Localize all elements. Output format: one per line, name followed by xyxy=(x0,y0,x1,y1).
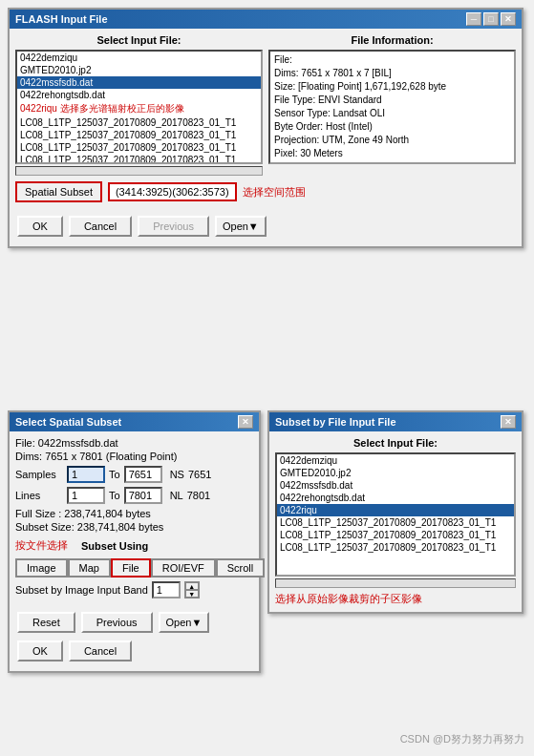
list-item[interactable]: 0422rehongtsdb.dat xyxy=(277,492,514,504)
list-item[interactable]: 0422demziqu xyxy=(277,454,514,467)
list-item[interactable]: LC08_L1TP_125037_20170809_20170823_01_T1 xyxy=(17,141,261,154)
list-item-selected[interactable]: 0422mssfsdb.dat xyxy=(17,76,261,89)
flaash-title-bar: FLAASH Input File ─ □ ✕ xyxy=(10,10,522,29)
subset-hint: 选择从原始影像裁剪的子区影像 xyxy=(275,592,516,606)
full-size: Full Size : 238,741,804 bytes xyxy=(15,508,253,519)
file-info-projection: Projection: UTM, Zone 49 North xyxy=(274,134,510,147)
spatial-ok-button[interactable]: OK xyxy=(17,640,63,662)
subset-file-listbox[interactable]: 0422demziqu GMTED2010.jp2 0422mssfsdb.da… xyxy=(275,452,516,577)
title-bar-buttons: ─ □ ✕ xyxy=(466,12,516,26)
file-info-sensor: Sensor Type: Landsat OLI xyxy=(274,107,510,120)
h-scrollbar[interactable] xyxy=(15,166,263,176)
open-button[interactable]: Open▼ xyxy=(215,216,267,237)
file-info-type: File Type: ENVI Standard xyxy=(274,94,510,107)
lines-nl-label: NL xyxy=(170,490,183,501)
list-item-hint[interactable]: 0422riqu 选择多光谱辐射校正后的影像 xyxy=(17,101,261,116)
subset-file-title-bar: Subset by File Input File ✕ xyxy=(269,412,522,431)
list-item[interactable]: LC08_L1TP_125037_20170809_20170823_01_T1 xyxy=(17,116,261,129)
spatial-title-bar: Select Spatial Subset ✕ xyxy=(10,412,259,431)
band-row: Subset by Image Input Band ▲ ▼ xyxy=(15,581,253,598)
list-item[interactable]: LC08_L1TP_125037_20170809_20170823_01_T1 xyxy=(277,516,514,529)
flaash-content: Select Input File: 0422demziqu GMTED2010… xyxy=(10,29,522,246)
previous-button[interactable]: Previous xyxy=(138,216,209,237)
spatial-content: File: 0422mssfsdb.dat Dims: 7651 x 7801 … xyxy=(10,431,259,671)
file-info-dims: Dims: 7651 x 7801 x 7 [BIL] xyxy=(274,67,510,80)
list-item[interactable]: 0422demziqu xyxy=(17,52,261,64)
file-info-label: File Information: xyxy=(268,34,516,46)
minimize-btn[interactable]: ─ xyxy=(466,12,481,26)
list-item[interactable]: LC08_L1TP_125037_20170809_20170823_01_T1 xyxy=(277,541,514,554)
ok-button[interactable]: OK xyxy=(17,216,63,237)
lines-label: Lines xyxy=(15,490,63,501)
spatial-subset-row: Spatial Subset (3414:3925)(3062:3573) 选择… xyxy=(15,181,516,202)
tab-scroll[interactable]: Scroll xyxy=(216,558,266,578)
flaash-window: FLAASH Input File ─ □ ✕ Select Input Fil… xyxy=(8,8,523,248)
samples-to-input[interactable] xyxy=(124,466,162,483)
band-stepper[interactable]: ▲ ▼ xyxy=(184,581,200,598)
samples-to-label: To xyxy=(109,469,120,480)
cancel-button[interactable]: Cancel xyxy=(69,216,132,237)
spatial-btn-row2: OK Cancel xyxy=(15,637,253,665)
spatial-dims: Dims: 7651 x 7801 (Floating Point) xyxy=(15,451,253,462)
flaash-title: FLAASH Input File xyxy=(15,13,108,25)
band-down-arrow[interactable]: ▼ xyxy=(185,590,199,598)
file-info-file: File: xyxy=(274,53,510,67)
list-item[interactable]: 0422rehongtsdb.dat xyxy=(17,89,261,101)
file-info-datum: Datum WGS-84 xyxy=(274,160,510,164)
tab-roi-evf[interactable]: ROI/EVF xyxy=(151,558,216,578)
subset-size: Subset Size: 238,741,804 bytes xyxy=(15,521,253,533)
list-item[interactable]: LC08_L1TP_125037_20170809_20170823_01_T1 xyxy=(17,129,261,141)
lines-nl-value: 7801 xyxy=(187,490,210,501)
tab-image[interactable]: Image xyxy=(15,558,68,578)
samples-ns-value: 7651 xyxy=(188,469,211,480)
list-item[interactable]: GMTED2010.jp2 xyxy=(17,64,261,76)
tab-map[interactable]: Map xyxy=(68,558,111,578)
spatial-btn-row1: Reset Previous Open▼ xyxy=(15,608,253,637)
spatial-close-btn[interactable]: ✕ xyxy=(238,415,253,429)
spatial-cancel-button[interactable]: Cancel xyxy=(69,640,132,662)
list-item[interactable]: GMTED2010.jp2 xyxy=(277,467,514,479)
reset-button[interactable]: Reset xyxy=(17,612,75,633)
lines-from-input[interactable] xyxy=(67,487,105,504)
list-item[interactable]: LC08_L1TP_125037_20170809_20170823_01_T1 xyxy=(17,154,261,164)
list-item[interactable]: LC08_L1TP_125037_20170809_20170823_01_T1 xyxy=(277,529,514,541)
samples-label: Samples xyxy=(15,469,63,480)
subset-using-label: Subset Using xyxy=(81,540,148,552)
subset-tabs: Image Map File ROI/EVF Scroll xyxy=(15,558,253,578)
spatial-previous-button[interactable]: Previous xyxy=(81,612,153,633)
right-col: File Information: File: Dims: 7651 x 780… xyxy=(268,34,516,176)
lines-to-input[interactable] xyxy=(124,487,162,504)
spatial-title-buttons: ✕ xyxy=(238,415,253,429)
close-btn[interactable]: ✕ xyxy=(501,12,516,26)
spatial-open-button[interactable]: Open▼ xyxy=(159,612,210,633)
spatial-title: Select Spatial Subset xyxy=(15,416,121,428)
subset-file-title: Subset by File Input File xyxy=(275,416,396,428)
maximize-btn[interactable]: □ xyxy=(483,12,499,26)
subset-file-content: Select Input File: 0422demziqu GMTED2010… xyxy=(269,431,522,612)
subset-file-window: Subset by File Input File ✕ Select Input… xyxy=(267,410,523,614)
samples-ns-label: NS xyxy=(170,469,184,480)
tab-file[interactable]: File xyxy=(111,558,151,578)
list-item[interactable]: 0422mssfsdb.dat xyxy=(277,479,514,492)
lines-to-label: To xyxy=(109,490,120,501)
flaash-button-row: OK Cancel Previous Open▼ xyxy=(15,212,516,241)
samples-from-input[interactable] xyxy=(67,466,105,483)
subset-file-close-btn[interactable]: ✕ xyxy=(501,415,516,429)
spatial-file-info: File: 0422mssfsdb.dat xyxy=(15,437,253,449)
watermark: CSDN @D努力努力再努力 xyxy=(400,732,524,746)
file-info-size: Size: [Floating Point] 1,671,192,628 byt… xyxy=(274,80,510,94)
band-input[interactable] xyxy=(152,581,181,598)
input-file-listbox[interactable]: 0422demziqu GMTED2010.jp2 0422mssfsdb.da… xyxy=(15,50,263,164)
subset-file-title-buttons: ✕ xyxy=(501,415,516,429)
spatial-hint: 选择空间范围 xyxy=(243,185,306,200)
list-item-selected[interactable]: 0422riqu xyxy=(277,504,514,516)
subset-h-scrollbar[interactable] xyxy=(275,578,516,588)
select-input-label: Select Input File: xyxy=(15,34,263,46)
file-info-pixel: Pixel: 30 Meters xyxy=(274,147,510,160)
band-up-arrow[interactable]: ▲ xyxy=(185,582,199,590)
main-two-col: Select Input File: 0422demziqu GMTED2010… xyxy=(15,34,516,176)
subset-file-select-label: Select Input File: xyxy=(275,437,516,449)
lines-row: Lines To NL 7801 xyxy=(15,487,253,504)
spatial-subset-button[interactable]: Spatial Subset xyxy=(15,181,102,202)
red-note: 按文件选择 xyxy=(15,538,68,553)
